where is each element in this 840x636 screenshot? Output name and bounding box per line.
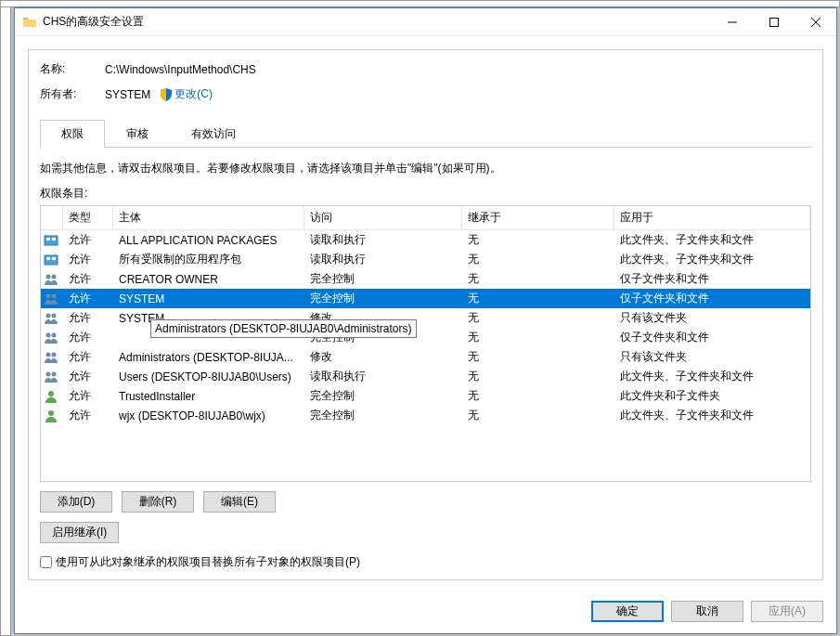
table-row[interactable]: 允许TrustedInstaller完全控制无此文件夹和子文件夹 <box>41 386 810 406</box>
table-body: 允许ALL APPLICATION PACKAGES读取和执行无此文件夹、子文件… <box>41 230 810 481</box>
tab-permissions[interactable]: 权限 <box>40 120 105 148</box>
svg-point-13 <box>46 332 51 337</box>
svg-rect-2 <box>46 238 50 240</box>
add-button[interactable]: 添加(D) <box>40 491 112 513</box>
owner-label: 所有者: <box>40 86 105 102</box>
svg-point-7 <box>46 274 51 279</box>
row-applies: 此文件夹、子文件夹和文件 <box>614 252 810 267</box>
row-principal: wjx (DESKTOP-8IUJAB0\wjx) <box>113 409 304 422</box>
table-row[interactable]: 允许ALL APPLICATION PACKAGES读取和执行无此文件夹、子文件… <box>41 230 810 250</box>
row-applies: 只有该文件夹 <box>614 310 810 326</box>
change-owner-link[interactable]: 更改(C) <box>174 86 213 102</box>
row-inherited: 无 <box>462 252 614 267</box>
row-principal: SYSTEM <box>113 292 304 305</box>
svg-rect-0 <box>769 18 778 26</box>
table-row[interactable]: 允许SYSTEM完全控制无仅子文件夹和文件 <box>41 289 810 308</box>
row-access: 完全控制 <box>304 291 462 306</box>
svg-point-9 <box>46 293 51 298</box>
row-type: 允许 <box>63 369 113 384</box>
row-inherited: 无 <box>462 291 614 306</box>
row-type: 允许 <box>63 349 113 365</box>
row-access: 修改 <box>304 349 462 365</box>
row-access: 读取和执行 <box>304 252 462 267</box>
tab-audit[interactable]: 审核 <box>105 120 170 148</box>
row-applies: 此文件夹、子文件夹和文件 <box>614 408 810 423</box>
row-principal: 所有受限制的应用程序包 <box>113 252 304 267</box>
svg-point-8 <box>52 274 57 279</box>
svg-point-14 <box>52 332 57 337</box>
row-type: 允许 <box>63 408 113 423</box>
row-access: 完全控制 <box>304 388 462 404</box>
row-inherited: 无 <box>462 369 614 384</box>
svg-rect-3 <box>52 238 56 240</box>
row-access: 完全控制 <box>304 408 462 423</box>
row-inherited: 无 <box>462 349 614 365</box>
replace-child-checkbox[interactable]: 使用可从此对象继承的权限项目替换所有子对象的权限项目(P) <box>40 554 811 570</box>
table-row[interactable]: 允许所有受限制的应用程序包读取和执行无此文件夹、子文件夹和文件 <box>41 250 810 269</box>
row-inherited: 无 <box>462 408 614 423</box>
tab-effective-access[interactable]: 有效访问 <box>170 120 257 148</box>
ok-button[interactable]: 确定 <box>591 601 664 622</box>
row-applies: 此文件夹、子文件夹和文件 <box>614 232 810 248</box>
row-applies: 仅子文件夹和文件 <box>614 330 810 345</box>
row-applies: 此文件夹和子文件夹 <box>614 388 810 404</box>
replace-child-input[interactable] <box>40 556 52 568</box>
cancel-button[interactable]: 取消 <box>671 601 743 622</box>
row-principal: CREATOR OWNER <box>113 273 304 286</box>
col-applies[interactable]: 应用于 <box>614 206 810 229</box>
row-type: 允许 <box>63 310 113 326</box>
row-inherited: 无 <box>462 232 614 248</box>
dialog-footer: 确定 取消 应用(A) <box>15 591 836 633</box>
maximize-button[interactable] <box>753 8 795 36</box>
minimize-button[interactable] <box>711 8 753 36</box>
row-inherited: 无 <box>462 388 614 404</box>
row-type: 允许 <box>63 330 113 345</box>
svg-point-20 <box>48 410 54 416</box>
svg-point-10 <box>52 293 57 298</box>
svg-point-12 <box>52 313 57 318</box>
titlebar[interactable]: CHS的高级安全设置 <box>15 8 836 36</box>
folder-icon <box>22 15 37 30</box>
table-header: 类型 主体 访问 继承于 应用于 <box>41 206 810 230</box>
col-principal[interactable]: 主体 <box>113 206 304 229</box>
edit-button[interactable]: 编辑(E) <box>203 491 276 513</box>
row-access: 完全控制 <box>304 271 462 287</box>
col-inherited[interactable]: 继承于 <box>462 206 614 229</box>
table-row[interactable]: 允许wjx (DESKTOP-8IUJAB0\wjx)完全控制无此文件夹、子文件… <box>41 406 810 425</box>
tooltip: Administrators (DESKTOP-8IUJAB0\Administ… <box>150 319 417 338</box>
row-principal: TrustedInstaller <box>113 390 304 403</box>
table-row[interactable]: 允许CREATOR OWNER完全控制无仅子文件夹和文件 <box>41 269 810 289</box>
row-principal: Administrators (DESKTOP-8IUJA... <box>113 351 304 364</box>
permissions-table: 类型 主体 访问 继承于 应用于 允许ALL APPLICATION PACKA… <box>40 205 811 482</box>
window-title: CHS的高级安全设置 <box>43 14 711 30</box>
shield-icon <box>150 88 174 101</box>
row-inherited: 无 <box>462 271 614 287</box>
svg-point-18 <box>52 371 57 376</box>
row-icon <box>41 311 63 326</box>
close-button[interactable] <box>795 8 836 36</box>
row-type: 允许 <box>63 388 113 404</box>
row-icon <box>41 253 63 267</box>
advanced-security-dialog: CHS的高级安全设置 名称: C:\Windows\InputMethod\CH… <box>14 7 837 634</box>
row-type: 允许 <box>63 252 113 267</box>
enable-inheritance-button[interactable]: 启用继承(I) <box>40 522 119 543</box>
col-type[interactable]: 类型 <box>63 206 113 229</box>
dialog-content: 名称: C:\Windows\InputMethod\CHS 所有者: SYST… <box>15 36 836 591</box>
row-type: 允许 <box>63 291 113 306</box>
name-value: C:\Windows\InputMethod\CHS <box>105 63 256 76</box>
col-access[interactable]: 访问 <box>304 206 462 229</box>
row-applies: 仅子文件夹和文件 <box>614 271 810 287</box>
row-icon <box>41 272 63 287</box>
svg-point-17 <box>46 371 51 376</box>
row-inherited: 无 <box>462 310 614 326</box>
row-access: 读取和执行 <box>304 369 462 384</box>
remove-button[interactable]: 删除(R) <box>122 491 194 513</box>
entries-label: 权限条目: <box>40 186 811 201</box>
table-row[interactable]: 允许Administrators (DESKTOP-8IUJA...修改无只有该… <box>41 347 810 367</box>
owner-value: SYSTEM <box>105 88 150 101</box>
row-inherited: 无 <box>462 330 614 345</box>
row-icon <box>41 389 63 404</box>
svg-rect-6 <box>52 257 56 260</box>
table-row[interactable]: 允许Users (DESKTOP-8IUJAB0\Users)读取和执行无此文件… <box>41 367 810 386</box>
svg-point-15 <box>46 352 51 357</box>
